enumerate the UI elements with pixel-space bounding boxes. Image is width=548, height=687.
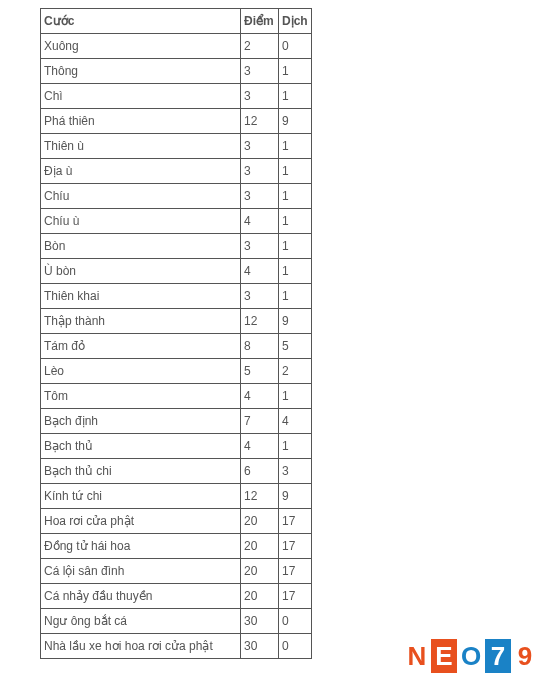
cell-dich: 9 — [279, 109, 312, 134]
cell-cuoc: Lèo — [41, 359, 241, 384]
table-row: Cá lội sân đình2017 — [41, 559, 312, 584]
cell-diem: 4 — [241, 209, 279, 234]
table-header-row: Cước Điểm Dịch — [41, 9, 312, 34]
cell-dich: 4 — [279, 409, 312, 434]
logo-letter-n: N — [404, 639, 430, 673]
cell-cuoc: Địa ù — [41, 159, 241, 184]
table-row: Chì31 — [41, 84, 312, 109]
table-row: Bòn31 — [41, 234, 312, 259]
cell-cuoc: Bạch thủ — [41, 434, 241, 459]
cell-diem: 30 — [241, 634, 279, 659]
header-cuoc: Cước — [41, 9, 241, 34]
logo-letter-7: 7 — [485, 639, 511, 673]
cell-diem: 3 — [241, 284, 279, 309]
cell-cuoc: Ù bòn — [41, 259, 241, 284]
header-diem: Điểm — [241, 9, 279, 34]
cell-dich: 0 — [279, 609, 312, 634]
cell-diem: 4 — [241, 434, 279, 459]
table-row: Địa ù31 — [41, 159, 312, 184]
table-row: Thiên khai31 — [41, 284, 312, 309]
header-dich: Dịch — [279, 9, 312, 34]
cell-dich: 1 — [279, 159, 312, 184]
cell-dich: 1 — [279, 284, 312, 309]
cell-cuoc: Thập thành — [41, 309, 241, 334]
table-row: Thông31 — [41, 59, 312, 84]
cell-dich: 1 — [279, 259, 312, 284]
cell-cuoc: Tám đỏ — [41, 334, 241, 359]
cell-cuoc: Đồng tử hái hoa — [41, 534, 241, 559]
cell-cuoc: Bòn — [41, 234, 241, 259]
cell-diem: 20 — [241, 534, 279, 559]
cell-diem: 20 — [241, 559, 279, 584]
cell-cuoc: Bạch định — [41, 409, 241, 434]
table-row: Ngư ông bắt cá300 — [41, 609, 312, 634]
logo-letter-e: E — [431, 639, 457, 673]
table-row: Tám đỏ85 — [41, 334, 312, 359]
cell-dich: 9 — [279, 484, 312, 509]
logo-letter-o: O — [458, 639, 484, 673]
cell-diem: 7 — [241, 409, 279, 434]
cell-diem: 12 — [241, 309, 279, 334]
cell-dich: 1 — [279, 184, 312, 209]
cell-dich: 0 — [279, 34, 312, 59]
cell-dich: 17 — [279, 509, 312, 534]
cell-dich: 1 — [279, 84, 312, 109]
cell-diem: 8 — [241, 334, 279, 359]
cell-dich: 17 — [279, 559, 312, 584]
table-row: Xuông20 — [41, 34, 312, 59]
table-row: Thiên ù31 — [41, 134, 312, 159]
cell-dich: 17 — [279, 584, 312, 609]
table-row: Lèo52 — [41, 359, 312, 384]
scoring-table: Cước Điểm Dịch Xuông20Thông31Chì31Phá th… — [40, 8, 312, 659]
cell-diem: 12 — [241, 484, 279, 509]
cell-cuoc: Chíu — [41, 184, 241, 209]
neo79-logo: N E O 7 9 — [404, 639, 538, 673]
cell-cuoc: Bạch thủ chi — [41, 459, 241, 484]
cell-cuoc: Kính tứ chi — [41, 484, 241, 509]
table-row: Kính tứ chi129 — [41, 484, 312, 509]
table-row: Chíu31 — [41, 184, 312, 209]
cell-dich: 0 — [279, 634, 312, 659]
cell-diem: 3 — [241, 59, 279, 84]
table-row: Phá thiên129 — [41, 109, 312, 134]
table-row: Bạch định74 — [41, 409, 312, 434]
cell-cuoc: Tôm — [41, 384, 241, 409]
cell-cuoc: Thiên khai — [41, 284, 241, 309]
cell-dich: 17 — [279, 534, 312, 559]
cell-cuoc: Hoa rơi cửa phật — [41, 509, 241, 534]
cell-diem: 12 — [241, 109, 279, 134]
cell-diem: 20 — [241, 584, 279, 609]
cell-dich: 1 — [279, 209, 312, 234]
cell-cuoc: Thông — [41, 59, 241, 84]
cell-cuoc: Cá lội sân đình — [41, 559, 241, 584]
cell-dich: 1 — [279, 59, 312, 84]
cell-cuoc: Nhà lầu xe hơi hoa rơi cửa phật — [41, 634, 241, 659]
cell-diem: 20 — [241, 509, 279, 534]
table-row: Bạch thủ chi63 — [41, 459, 312, 484]
cell-dich: 9 — [279, 309, 312, 334]
cell-diem: 3 — [241, 184, 279, 209]
table-row: Ù bòn41 — [41, 259, 312, 284]
cell-dich: 5 — [279, 334, 312, 359]
table-row: Chíu ù41 — [41, 209, 312, 234]
cell-cuoc: Chíu ù — [41, 209, 241, 234]
table-row: Tôm41 — [41, 384, 312, 409]
cell-diem: 2 — [241, 34, 279, 59]
table-row: Nhà lầu xe hơi hoa rơi cửa phật300 — [41, 634, 312, 659]
cell-diem: 5 — [241, 359, 279, 384]
table-row: Hoa rơi cửa phật2017 — [41, 509, 312, 534]
logo-main: N E O 7 9 — [404, 639, 538, 673]
cell-diem: 30 — [241, 609, 279, 634]
cell-cuoc: Ngư ông bắt cá — [41, 609, 241, 634]
cell-diem: 4 — [241, 259, 279, 284]
cell-dich: 1 — [279, 384, 312, 409]
cell-dich: 2 — [279, 359, 312, 384]
table-row: Thập thành129 — [41, 309, 312, 334]
cell-cuoc: Phá thiên — [41, 109, 241, 134]
cell-dich: 1 — [279, 434, 312, 459]
table-row: Đồng tử hái hoa2017 — [41, 534, 312, 559]
cell-cuoc: Xuông — [41, 34, 241, 59]
cell-dich: 1 — [279, 134, 312, 159]
table-row: Bạch thủ41 — [41, 434, 312, 459]
cell-diem: 6 — [241, 459, 279, 484]
